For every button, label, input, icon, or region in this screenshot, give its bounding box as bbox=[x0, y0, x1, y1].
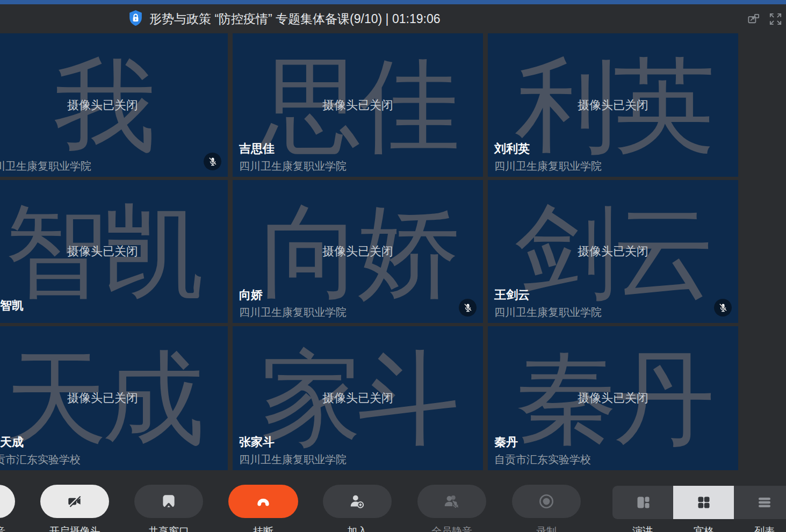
unmute-button[interactable] bbox=[0, 485, 15, 518]
mute-all-label: 全员静音 bbox=[431, 524, 472, 532]
participant-tile[interactable]: 智凯 摄像头已关闭 智凯 bbox=[0, 180, 228, 323]
participant-meta: 秦丹 自贡市汇东实验学校 bbox=[494, 436, 707, 465]
view-speaker-button[interactable] bbox=[612, 486, 673, 519]
view-switcher bbox=[612, 486, 786, 519]
participant-meta: 王剑云 四川卫生康复职业学院 bbox=[494, 289, 707, 318]
titlebar: 形势与政策 “防控疫情” 专题集体备课(9/10) | 01:19:06 bbox=[0, 4, 786, 33]
view-list-label: 列表 bbox=[754, 524, 775, 532]
participant-tile-self[interactable]: 我 摄像头已关闭 四川卫生康复职业学院 bbox=[0, 33, 228, 177]
view-grid-button[interactable] bbox=[673, 486, 734, 519]
hangup-button[interactable] bbox=[228, 485, 298, 518]
participant-org: 四川卫生康复职业学院 bbox=[239, 454, 452, 465]
participant-meta: 向娇 四川卫生康复职业学院 bbox=[239, 289, 452, 318]
view-speaker-label: 演讲 bbox=[632, 524, 653, 532]
participant-name: 秦丹 bbox=[494, 436, 707, 448]
share-window-label: 共享窗口 bbox=[148, 524, 189, 532]
participant-tile[interactable]: 利英 摄像头已关闭 刘利英 四川卫生康复职业学院 bbox=[488, 33, 738, 177]
video-grid: 我 摄像头已关闭 四川卫生康复职业学院 思佳 摄像头已关闭 吉思佳 四川卫生康复… bbox=[0, 33, 738, 470]
participant-name: 张家斗 bbox=[239, 436, 452, 448]
participant-meta: 天成 自贡市汇东实验学校 bbox=[0, 436, 197, 465]
mic-muted-icon bbox=[204, 153, 221, 170]
meeting-title: 形势与政策 “防控疫情” 专题集体备课(9/10) | 01:19:06 bbox=[149, 11, 440, 27]
view-list-button[interactable] bbox=[734, 486, 786, 519]
participant-tile[interactable]: 天成 摄像头已关闭 天成 自贡市汇东实验学校 bbox=[0, 326, 228, 470]
fullscreen-icon[interactable] bbox=[768, 11, 783, 26]
participant-org: 四川卫生康复职业学院 bbox=[239, 307, 452, 318]
view-grid-label: 宫格 bbox=[694, 524, 714, 532]
record-button[interactable] bbox=[512, 485, 581, 518]
window-top-strip bbox=[0, 0, 786, 4]
participant-org: 四川卫生康复职业学院 bbox=[0, 161, 197, 171]
participant-meta: 刘利英 四川卫生康复职业学院 bbox=[494, 143, 707, 171]
participant-tile[interactable]: 秦丹 摄像头已关闭 秦丹 自贡市汇东实验学校 bbox=[488, 326, 738, 470]
participant-name: 向娇 bbox=[239, 289, 452, 301]
participant-meta: 四川卫生康复职业学院 bbox=[0, 161, 197, 171]
invite-button[interactable] bbox=[323, 485, 392, 518]
secure-shield-lock-icon bbox=[128, 10, 143, 28]
mic-muted-icon bbox=[459, 299, 477, 317]
share-window-button[interactable] bbox=[134, 485, 203, 518]
participant-name: 智凯 bbox=[0, 300, 197, 312]
hangup-label: 挂断 bbox=[253, 524, 273, 532]
participant-org: 自贡市汇东实验学校 bbox=[0, 454, 197, 465]
record-label: 录制 bbox=[536, 524, 557, 532]
toolbar: 解除静音 开启摄像头 共享窗口 挂断 加入 bbox=[0, 470, 786, 532]
participant-name: 吉思佳 bbox=[239, 143, 452, 155]
meeting-title-group: 形势与政策 “防控疫情” 专题集体备课(9/10) | 01:19:06 bbox=[128, 4, 440, 33]
camera-on-button[interactable] bbox=[40, 485, 109, 518]
participant-org: 四川卫生康复职业学院 bbox=[239, 161, 452, 171]
camera-off-label: 摄像头已关闭 bbox=[0, 33, 228, 177]
participant-meta: 吉思佳 四川卫生康复职业学院 bbox=[239, 143, 452, 171]
invite-label: 加入 bbox=[347, 524, 367, 532]
participant-org: 自贡市汇东实验学校 bbox=[494, 454, 707, 465]
participant-tile[interactable]: 家斗 摄像头已关闭 张家斗 四川卫生康复职业学院 bbox=[233, 326, 483, 470]
participant-org: 四川卫生康复职业学院 bbox=[494, 307, 707, 318]
popout-window-icon[interactable] bbox=[746, 11, 761, 26]
participant-name: 天成 bbox=[0, 436, 197, 448]
camera-on-label: 开启摄像头 bbox=[49, 524, 100, 532]
titlebar-actions bbox=[746, 4, 783, 33]
participant-meta: 张家斗 四川卫生康复职业学院 bbox=[239, 436, 452, 465]
participant-name: 刘利英 bbox=[494, 143, 707, 155]
meeting-window: { "colors": { "top_strip": "#2e5c9e", "b… bbox=[0, 0, 786, 532]
participant-name: 王剑云 bbox=[494, 289, 707, 301]
unmute-label: 解除静音 bbox=[0, 524, 5, 532]
mic-muted-icon bbox=[714, 299, 732, 317]
participant-tile[interactable]: 思佳 摄像头已关闭 吉思佳 四川卫生康复职业学院 bbox=[233, 33, 483, 177]
participant-meta: 智凯 bbox=[0, 300, 197, 318]
participant-org: 四川卫生康复职业学院 bbox=[494, 161, 707, 171]
mute-all-button[interactable] bbox=[417, 485, 486, 518]
participant-tile[interactable]: 剑云 摄像头已关闭 王剑云 四川卫生康复职业学院 bbox=[488, 180, 738, 323]
participant-tile[interactable]: 向娇 摄像头已关闭 向娇 四川卫生康复职业学院 bbox=[233, 180, 483, 323]
